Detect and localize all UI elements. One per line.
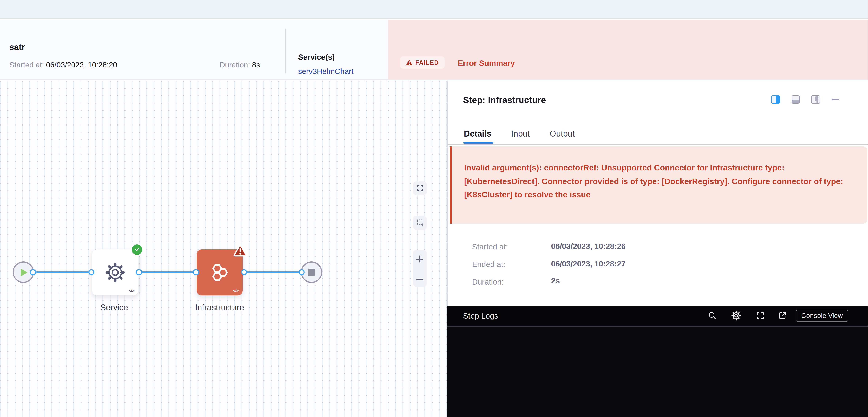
console-view-label: Console View xyxy=(801,312,843,319)
float-panel-icon xyxy=(815,97,818,101)
play-icon xyxy=(21,269,27,276)
tab-output[interactable]: Output xyxy=(550,129,575,139)
tabs-bottom-border xyxy=(447,144,868,145)
fullscreen-icon xyxy=(416,184,424,192)
duration-value: 8s xyxy=(252,61,260,69)
minus-icon xyxy=(416,279,424,280)
edge-service-infrastructure xyxy=(139,272,196,273)
step-logs-content[interactable] xyxy=(447,326,868,417)
error-summary-heading: Error Summary xyxy=(458,59,515,67)
canvas-fullscreen-button[interactable] xyxy=(413,181,427,195)
connector-port xyxy=(193,269,199,275)
layout-float-button[interactable] xyxy=(811,95,820,104)
connector-port xyxy=(30,269,36,275)
search-icon xyxy=(707,311,717,320)
started-at-meta: Started at: 06/03/2023, 10:28:20 xyxy=(9,61,117,69)
float-panel-icon xyxy=(816,101,818,102)
logs-open-new-tab-button[interactable] xyxy=(778,311,787,320)
layout-bottom-split-button[interactable] xyxy=(791,95,800,104)
header-error-section xyxy=(388,20,868,80)
error-message-text: Invalid argument(s): connectorRef: Unsup… xyxy=(464,161,853,202)
zoom-in-button[interactable] xyxy=(413,250,427,268)
canvas-select-button[interactable] xyxy=(413,216,427,230)
console-view-button[interactable]: Console View xyxy=(796,310,848,322)
header-divider xyxy=(285,28,286,73)
panel-layout-controls xyxy=(771,95,839,104)
success-check-icon xyxy=(132,244,142,255)
duration-meta: Duration: 8s xyxy=(220,61,260,69)
logs-settings-button[interactable] xyxy=(731,310,741,321)
detail-label: Ended at: xyxy=(472,260,505,269)
step-logs-header: Step Logs xyxy=(447,306,868,326)
duration-label: Duration: xyxy=(220,61,250,69)
error-message-box: Invalid argument(s): connectorRef: Unsup… xyxy=(450,146,867,224)
logs-search-button[interactable] xyxy=(707,311,717,320)
tab-input[interactable]: Input xyxy=(511,129,530,139)
detail-label: Duration: xyxy=(472,277,504,286)
infrastructure-node[interactable]: </> xyxy=(196,249,243,295)
status-badge-label: FAILED xyxy=(415,59,439,66)
fullscreen-icon xyxy=(756,311,765,320)
pipeline-canvas[interactable]: </> Service </> Infrastructure xyxy=(0,80,447,417)
active-tab-underline xyxy=(463,142,493,144)
infrastructure-node-label: Infrastructure xyxy=(181,303,258,312)
external-link-icon xyxy=(778,311,787,320)
marquee-select-icon xyxy=(416,219,424,227)
app-viewport: satr Started at: 06/03/2023, 10:28:20 Du… xyxy=(0,0,868,417)
right-split-icon xyxy=(776,96,779,103)
top-nav-strip xyxy=(0,0,868,19)
started-at-value: 06/03/2023, 10:28:20 xyxy=(46,61,117,69)
pipeline-name: satr xyxy=(9,42,25,52)
service-node-label: Service xyxy=(81,303,147,312)
services-label: Service(s) xyxy=(298,53,335,61)
stop-icon xyxy=(308,269,315,276)
edge-start-service xyxy=(33,272,92,273)
step-title: Step: Infrastructure xyxy=(463,95,546,105)
code-icon: </> xyxy=(129,288,134,293)
detail-value: 06/03/2023, 10:28:27 xyxy=(551,259,626,268)
edge-infrastructure-end xyxy=(244,272,302,273)
service-node[interactable]: </> xyxy=(92,249,138,295)
layout-right-split-button[interactable] xyxy=(771,95,780,104)
connector-port xyxy=(136,269,142,275)
started-at-label: Started at: xyxy=(9,61,44,69)
minimize-panel-button[interactable] xyxy=(831,99,839,100)
status-badge: FAILED xyxy=(400,56,444,69)
zoom-out-button[interactable] xyxy=(413,269,427,287)
step-tabs: Details Input Output xyxy=(464,129,575,139)
code-icon: </> xyxy=(233,288,239,293)
gear-icon xyxy=(104,261,126,283)
detail-label: Started at: xyxy=(472,242,508,251)
tab-details[interactable]: Details xyxy=(464,129,492,139)
connector-port xyxy=(241,269,247,275)
gear-icon xyxy=(731,310,741,321)
failure-warning-icon xyxy=(233,243,248,257)
warning-triangle-icon xyxy=(405,59,412,66)
execution-header: satr Started at: 06/03/2023, 10:28:20 Du… xyxy=(0,20,868,80)
logs-fullscreen-button[interactable] xyxy=(756,311,765,320)
plus-icon xyxy=(419,256,420,263)
service-link[interactable]: serv3HelmChart xyxy=(298,67,353,75)
bottom-split-icon xyxy=(792,100,799,103)
step-logs-title: Step Logs xyxy=(463,311,498,320)
detail-value: 2s xyxy=(551,276,560,285)
hexagons-icon xyxy=(208,261,231,284)
detail-value: 06/03/2023, 10:28:26 xyxy=(551,242,626,250)
canvas-zoom-controls xyxy=(413,250,427,287)
